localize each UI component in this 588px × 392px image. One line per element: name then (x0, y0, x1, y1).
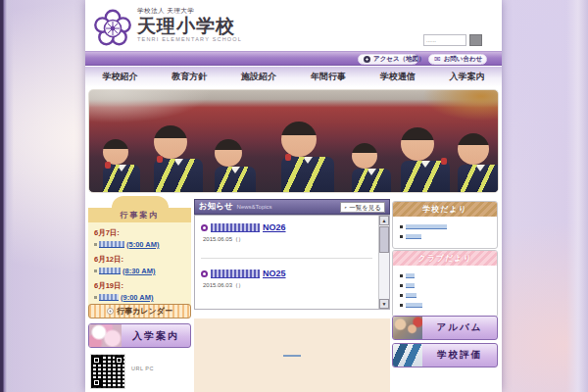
scroll-up-icon[interactable]: ▲ (379, 216, 389, 225)
event-time-link[interactable]: (5:00 AM) (126, 240, 159, 249)
lower-center-panel (194, 318, 390, 392)
news-list: NO26 2015.06.05（） NO25 2015.06.03（） (195, 216, 378, 309)
event-calendar-button[interactable]: 行事カレンダー (88, 304, 191, 318)
redacted-news-title (211, 223, 260, 232)
redacted-link-text (406, 273, 415, 278)
search-input[interactable] (423, 34, 466, 46)
event-item: 6月7日: (5:00 AM) (94, 228, 185, 249)
letter-link[interactable] (400, 231, 490, 241)
access-map-label: アクセス（地図） (373, 55, 425, 64)
photo-child (215, 139, 256, 192)
redacted-event-text (99, 241, 124, 248)
album-label: アルバム (422, 321, 497, 334)
nav-item-annual-events[interactable]: 年間行事 (293, 71, 363, 83)
admission-guide-button[interactable]: 入学案内 (88, 323, 191, 348)
target-icon (107, 308, 114, 315)
bullet-icon (400, 235, 403, 238)
school-letter-title: 学校だより (393, 202, 497, 217)
event-item: 6月19日: (9:00 AM) (94, 281, 185, 302)
envelope-icon: ✉ (434, 56, 441, 63)
bullet-icon (94, 270, 97, 272)
news-item-date: 2015.06.05（） (203, 235, 372, 244)
news-item-link[interactable]: NO25 (201, 269, 372, 278)
event-link[interactable]: (8:30 AM) (94, 267, 185, 275)
qr-finder-icon (92, 378, 101, 387)
bullet-icon (400, 294, 403, 297)
access-map-button[interactable]: アクセス（地図） (358, 54, 418, 65)
event-time-link[interactable]: (8:30 AM) (122, 267, 155, 275)
nav-item-school-intro[interactable]: 学校紹介 (85, 71, 155, 83)
news-circle-icon (201, 270, 208, 277)
event-time-link[interactable]: (9:00 AM) (121, 293, 153, 302)
redacted-link-text (406, 283, 415, 288)
scrollbar-thumb[interactable] (379, 226, 389, 253)
photo-child (281, 122, 334, 192)
letter-link[interactable] (400, 270, 490, 280)
photo-child (401, 127, 450, 192)
photo-child (154, 125, 203, 192)
main-navigation: 学校紹介 教育方針 施設紹介 年間行事 学校通信 入学案内 (85, 67, 502, 87)
photo-child (458, 133, 499, 192)
site-title-block: 学校法人 天理大学 天理小学校 TENRI ELEMENTARY SCHOOL (137, 7, 242, 42)
bullet-icon (400, 225, 403, 228)
content-area: 学校法人 天理大学 天理小学校 TENRI ELEMENTARY SCHOOL … (85, 0, 502, 392)
nav-item-school-news[interactable]: 学校通信 (363, 71, 432, 83)
evaluation-thumbnail-image (393, 344, 422, 367)
evaluation-label: 学校評価 (422, 349, 497, 362)
view-all-button[interactable]: 一覧を見る (340, 202, 385, 213)
qr-code (90, 354, 125, 389)
event-date: 6月19日: (94, 281, 185, 291)
map-icon (364, 56, 370, 63)
admission-guide-label: 入学案内 (122, 329, 190, 343)
site-title[interactable]: 天理小学校 (137, 16, 242, 36)
letter-link[interactable] (400, 300, 490, 310)
club-letter-links (393, 266, 497, 317)
nav-item-facilities[interactable]: 施設紹介 (224, 71, 294, 83)
school-logo-flower-icon (93, 9, 132, 48)
event-calendar-label: 行事カレンダー (117, 306, 172, 317)
letter-link[interactable] (400, 280, 490, 290)
bullet-icon (400, 304, 403, 307)
search-button[interactable] (469, 34, 482, 46)
utility-bar: アクセス（地図） ✉ お問い合わせ (85, 51, 502, 66)
nav-item-education-policy[interactable]: 教育方針 (155, 71, 224, 83)
small-link-dash[interactable] (283, 355, 301, 357)
news-scrollbar[interactable]: ▲ ▼ (378, 216, 389, 309)
club-letter-title: クラブだより (393, 251, 497, 266)
event-item: 6月12日: (8:30 AM) (94, 255, 185, 275)
letter-link[interactable] (400, 221, 490, 231)
qr-finder-icon (115, 356, 123, 365)
redacted-news-title (211, 270, 260, 278)
news-list-box: NO26 2015.06.05（） NO25 2015.06.03（） ▲ (194, 215, 390, 310)
redacted-link-text (406, 224, 447, 229)
scroll-down-icon[interactable]: ▼ (379, 299, 389, 309)
bullet-icon (94, 243, 97, 246)
news-header-bar: お知らせ News&Topics 一覧を見る (194, 199, 390, 215)
redacted-event-text (99, 268, 121, 274)
bullet-icon (400, 284, 403, 287)
photo-child (103, 139, 140, 192)
news-title-suffix[interactable]: NO26 (263, 222, 286, 232)
nav-item-admissions[interactable]: 入学案内 (432, 71, 502, 83)
album-thumbnail-image (393, 317, 422, 339)
photo-child (352, 143, 391, 192)
events-list: 6月7日: (5:00 AM) 6月12日: (8:30 AM) (88, 222, 191, 310)
event-link[interactable]: (5:00 AM) (94, 240, 185, 249)
contact-button[interactable]: ✉ お問い合わせ (428, 54, 487, 65)
hero-photo-children-singing (88, 89, 499, 193)
news-item-date: 2015.06.03（） (203, 281, 372, 290)
school-letter-box: 学校だより (392, 201, 498, 249)
event-date: 6月12日: (94, 255, 185, 265)
letter-link[interactable] (400, 290, 490, 300)
album-button[interactable]: アルバム (392, 316, 498, 340)
event-link[interactable]: (9:00 AM) (94, 293, 185, 302)
news-item: NO25 2015.06.03（） (201, 269, 372, 290)
news-item: NO26 2015.06.05（） (201, 222, 372, 244)
contact-label: お問い合わせ (444, 55, 483, 64)
school-evaluation-button[interactable]: 学校評価 (392, 343, 498, 368)
bullet-icon (94, 296, 97, 299)
news-item-link[interactable]: NO26 (201, 222, 372, 232)
news-title-suffix[interactable]: NO25 (263, 269, 286, 278)
affiliation-text: 学校法人 天理大学 (137, 7, 242, 16)
news-separator (201, 258, 372, 259)
